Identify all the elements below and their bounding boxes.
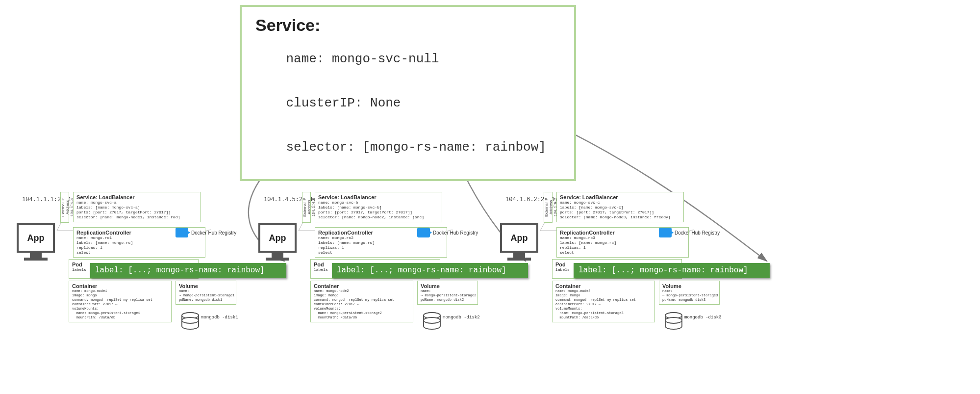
- docker-hub-registry: Docker Hub Registry: [417, 228, 480, 237]
- service-selector-row: selector: [mongo-rs-name: rainbow]: [255, 125, 560, 169]
- database-icon: [181, 312, 199, 332]
- database-icon: [665, 312, 682, 332]
- cluster-0: 104.1.1.1:27017 App External IP Address …: [0, 196, 242, 378]
- external-ip-box: External IP Address 104.1.1.1: [60, 192, 69, 223]
- volume-box: Volume name: → mongo-persistent-storage1…: [176, 281, 236, 305]
- docker-icon: [659, 228, 672, 237]
- cluster-1: 104.1.4.5:27017 App External IP Address …: [242, 196, 483, 378]
- disk-label: mongodb -disk3: [684, 315, 722, 320]
- app-client-icon: App: [15, 223, 57, 261]
- docker-icon: [176, 228, 188, 237]
- monitor-icon: App: [17, 223, 55, 253]
- container-box: Container name: mongo-node3 image: mongo…: [552, 281, 655, 322]
- disk-label: mongodb -disk2: [443, 315, 480, 320]
- disk-label: mongodb -disk1: [201, 315, 238, 320]
- monitor-icon: App: [258, 223, 297, 253]
- service-name-row: name: mongo-svc-null: [255, 37, 560, 81]
- service-clusterip-row: clusterIP: None: [255, 81, 560, 125]
- docker-icon: [417, 228, 430, 237]
- app-client-icon: App: [498, 223, 540, 261]
- app-client-icon: App: [256, 223, 299, 261]
- volume-box: Volume name: → mongo-persistent-storage2…: [417, 281, 478, 305]
- container-box: Container name: mongo-node1 image: mongo…: [69, 281, 172, 322]
- service-heading: Service:: [255, 16, 560, 35]
- service-definition-box: Service: name: mongo-svc-null clusterIP:…: [240, 5, 576, 181]
- external-ip-box: External IP Address 104.1.6.2: [544, 192, 553, 223]
- database-icon: [423, 312, 441, 332]
- container-box: Container name: mongo-node2 image: mongo…: [310, 281, 413, 322]
- service-loadbalancer-box: Service: LoadBalancer name: mongo-svc-b …: [315, 192, 442, 222]
- pod-label-highlight: label: [...; mongo-rs-name: rainbow]: [574, 263, 770, 278]
- docker-hub-registry: Docker Hub Registry: [659, 228, 722, 237]
- volume-box: Volume name: → mongo-persistent-storage3…: [659, 281, 720, 305]
- service-loadbalancer-box: Service: LoadBalancer name: mongo-svc-c …: [556, 192, 684, 222]
- docker-hub-registry: Docker Hub Registry: [176, 228, 238, 237]
- external-ip-box: External IP Address 104.1.4.5: [302, 192, 311, 223]
- service-loadbalancer-box: Service: LoadBalancer name: mongo-svc-a …: [73, 192, 201, 222]
- monitor-icon: App: [500, 223, 538, 253]
- cluster-2: 104.1.6.2:27017 App External IP Address …: [483, 196, 725, 378]
